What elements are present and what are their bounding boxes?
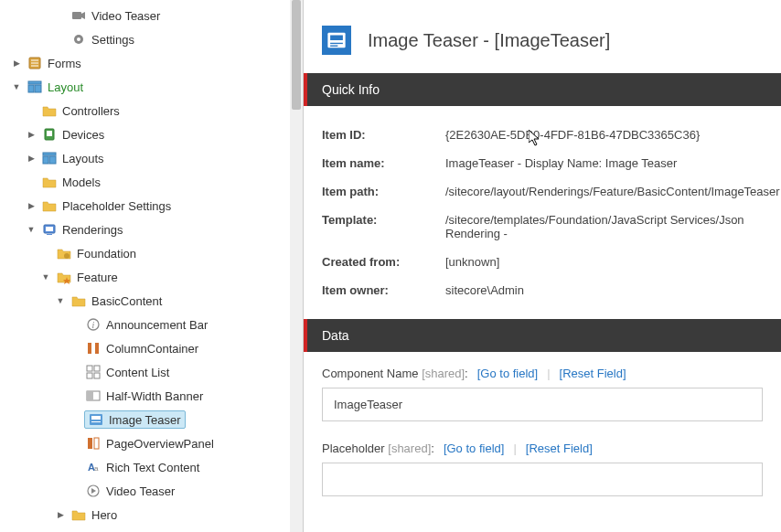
svg-rect-42 [330, 43, 343, 44]
tree-toggle-collapsed[interactable]: ▶ [11, 58, 22, 69]
info-value[interactable]: ImageTeaser - Display Name: Image Teaser [445, 156, 677, 170]
tree-item-video-teaser-top[interactable]: ▶ Video Teaser [0, 4, 303, 27]
tree-item-layouts[interactable]: ▶ Layouts [0, 146, 303, 170]
tree-label: Half-Width Banner [106, 389, 203, 403]
grid-icon [86, 365, 101, 379]
tree-label: Image Teaser [109, 413, 181, 427]
tree-label: BasicContent [91, 294, 162, 308]
tree-label: Rich Text Content [106, 461, 199, 474]
tree-item-image-teaser[interactable]: ▶ Image Teaser [0, 408, 303, 431]
tree-item-basic-content[interactable]: ▼ BasicContent [0, 289, 303, 313]
svg-rect-32 [91, 416, 101, 420]
placeholder-input[interactable] [322, 463, 763, 496]
banner-icon [86, 388, 101, 403]
scrollbar-thumb[interactable] [292, 0, 301, 110]
tree-item-hero[interactable]: ▶ Hero [0, 503, 303, 527]
folder-icon [42, 103, 57, 118]
svg-rect-17 [46, 227, 53, 231]
tree-label: Feature [77, 271, 118, 284]
tree-item-models[interactable]: ▶ Models [0, 170, 303, 194]
tree-toggle-expanded[interactable]: ▼ [40, 271, 51, 282]
reset-field-link[interactable]: [Reset Field] [526, 442, 593, 455]
tree-item-devices[interactable]: ▶ Devices [0, 122, 303, 146]
info-value[interactable]: {2E2630AE-5DB0-4FDF-81B6-47DBC3365C36} [445, 128, 700, 142]
section-header-quick-info[interactable]: Quick Info [304, 73, 781, 106]
tree-item-column-container[interactable]: ▶ ColumnContainer [0, 336, 303, 360]
tree-item-page-overview-panel[interactable]: ▶ PageOverviewPanel [0, 431, 303, 455]
tree-item-settings[interactable]: ▶ Settings [0, 27, 303, 51]
content-panel: Image Teaser - [ImageTeaser] Quick Info … [304, 0, 781, 532]
tree-item-renderings[interactable]: ▼ Renderings [0, 218, 303, 241]
tree-item-half-width-banner[interactable]: ▶ Half-Width Banner [0, 384, 303, 408]
info-row-item-owner: Item owner: sitecore\Admin [322, 276, 763, 304]
info-value[interactable]: /sitecore/layout/Renderings/Feature/Basi… [445, 185, 780, 198]
renderings-icon [42, 222, 57, 237]
info-value[interactable]: /sitecore/templates/Foundation/JavaScrip… [445, 213, 763, 240]
title-bar: Image Teaser - [ImageTeaser] [304, 0, 781, 73]
info-row-item-id: Item ID: {2E2630AE-5DB0-4FDF-81B6-47DBC3… [322, 121, 763, 149]
shared-tag: [shared] [422, 367, 465, 380]
tree-toggle-expanded[interactable]: ▼ [55, 295, 66, 306]
tree-item-placeholder-settings[interactable]: ▶ Placeholder Settings [0, 194, 303, 218]
svg-rect-0 [72, 12, 81, 19]
tree-toggle-collapsed[interactable]: ▶ [26, 200, 37, 211]
content-tree[interactable]: ▶ Video Teaser ▶ Settings ▶ Forms [0, 0, 304, 532]
svg-rect-9 [28, 85, 34, 92]
tree-item-forms[interactable]: ▶ Forms [0, 51, 303, 75]
tree-item-controllers[interactable]: ▶ Controllers [0, 99, 303, 122]
tree-item-layout[interactable]: ▼ Layout [0, 75, 303, 99]
svg-rect-13 [43, 153, 56, 155]
tree-label: ColumnContainer [106, 342, 198, 356]
tree-item-navigation[interactable]: ▶ Navigation [0, 527, 303, 532]
separator: | [547, 367, 550, 380]
svg-rect-25 [87, 366, 92, 371]
layouts-icon [42, 151, 57, 165]
svg-rect-24 [95, 343, 99, 354]
svg-rect-33 [91, 421, 101, 422]
tree-label: Foundation [77, 247, 136, 261]
info-label: Created from: [322, 255, 445, 269]
tree-label: Settings [91, 33, 134, 47]
component-name-input[interactable] [322, 388, 763, 421]
info-value[interactable]: [unknown] [445, 255, 499, 269]
go-to-field-link[interactable]: [Go to field] [477, 367, 538, 380]
folder-icon [71, 293, 86, 308]
svg-rect-23 [88, 343, 91, 354]
section-header-data[interactable]: Data [304, 319, 781, 352]
tree-label: Video Teaser [91, 9, 160, 23]
svg-rect-8 [28, 81, 41, 84]
info-value[interactable]: sitecore\Admin [445, 283, 524, 297]
folder-icon [57, 246, 71, 261]
form-icon [27, 56, 42, 70]
tree-scrollbar[interactable] [290, 0, 303, 532]
svg-point-19 [64, 253, 70, 259]
tree-item-content-list[interactable]: ▶ Content List [0, 360, 303, 384]
svg-rect-14 [43, 156, 48, 164]
go-to-field-link[interactable]: [Go to field] [444, 442, 504, 455]
reset-field-link[interactable]: [Reset Field] [560, 367, 626, 380]
folder-icon [71, 507, 86, 522]
tree-item-foundation[interactable]: ▶ Foundation [0, 241, 303, 265]
tree-item-announcement-bar[interactable]: ▶ i Announcement Bar [0, 313, 303, 336]
tree-label: Layouts [62, 152, 104, 165]
columns-icon [86, 341, 101, 356]
tree-toggle-collapsed[interactable]: ▶ [26, 129, 37, 140]
tree-label: PageOverviewPanel [106, 437, 214, 451]
tree-item-rich-text-content[interactable]: ▶ Aa Rich Text Content [0, 455, 303, 479]
svg-rect-35 [94, 438, 99, 449]
folder-icon [42, 198, 57, 213]
info-row-item-path: Item path: /sitecore/layout/Renderings/F… [322, 177, 763, 206]
tree-toggle-collapsed[interactable]: ▶ [26, 153, 37, 164]
svg-rect-18 [47, 234, 52, 235]
folder-icon [57, 270, 71, 284]
info-row-created-from: Created from: [unknown] [322, 248, 763, 276]
svg-rect-12 [47, 131, 52, 136]
svg-rect-10 [35, 85, 41, 92]
tree-toggle-expanded[interactable]: ▼ [11, 81, 22, 92]
field-placeholder: Placeholder [shared]: [Go to field] | [R… [322, 442, 763, 496]
tree-toggle-expanded[interactable]: ▼ [26, 224, 37, 235]
tree-toggle-collapsed[interactable]: ▶ [55, 509, 66, 520]
tree-item-video-teaser[interactable]: ▶ Video Teaser [0, 479, 303, 503]
tree-item-feature[interactable]: ▼ Feature [0, 265, 303, 289]
tree-label: Placeholder Settings [62, 199, 171, 213]
